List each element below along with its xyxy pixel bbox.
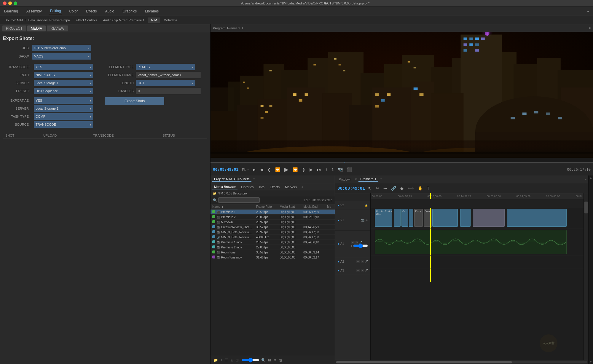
clip-creative-2[interactable]: Cr...	[401, 209, 408, 227]
insert-btn[interactable]: ⤵	[324, 167, 329, 173]
tl-razor-tool[interactable]: ✂	[374, 185, 380, 191]
track-v2-row[interactable]	[371, 199, 584, 208]
timeline-more[interactable]: »	[585, 178, 586, 181]
export-shots-button[interactable]: Export Shots	[105, 97, 164, 105]
preset-select[interactable]: DPX Sequence	[34, 88, 93, 94]
a2-mute-btn[interactable]: M	[356, 260, 360, 263]
col-me[interactable]: Me	[325, 204, 335, 210]
a1-volume-slider[interactable]	[353, 245, 368, 247]
nav-effects[interactable]: Effects	[85, 9, 98, 14]
tl-link[interactable]: 🔗	[390, 185, 397, 191]
file-row[interactable]: ⬛ Premiere 1 28.59 fps 00;00;00;00 00;26…	[211, 210, 335, 215]
element-name-input[interactable]	[136, 72, 201, 78]
tl-hand[interactable]: ✋	[417, 185, 424, 191]
track-v2-toggle[interactable]: ●	[337, 204, 339, 207]
tl-text[interactable]: T	[426, 185, 431, 191]
timeline-tab-premiere[interactable]: Premiere 1	[358, 177, 378, 182]
project-tab[interactable]: Project: NIM 3.0.05 Beta	[212, 177, 251, 182]
monitor-timeline[interactable]	[211, 158, 593, 163]
track-a3-row[interactable]	[371, 269, 584, 282]
settings-btn[interactable]: ⚙	[273, 357, 277, 363]
task-type-select[interactable]: COMP	[34, 113, 93, 120]
close-btn[interactable]	[3, 1, 7, 5]
timeline-menu-icon[interactable]: ≡	[380, 178, 382, 181]
track-a3-toggle[interactable]: ●	[337, 269, 339, 272]
tab-source[interactable]: Source: NIM_3_Beta_Review_Premiere.mp4	[2, 17, 72, 23]
track-a1-toggle[interactable]: ●	[337, 242, 339, 245]
clip-premiere2[interactable]: Prem...	[424, 209, 433, 227]
timeline-hscroll[interactable]	[335, 360, 588, 364]
search-bottom-btn[interactable]: 🔍	[261, 357, 266, 363]
track-a2-toggle[interactable]: ●	[337, 260, 339, 263]
tab-media-browser[interactable]: Media Browser	[212, 184, 237, 189]
tab-metadata[interactable]: Metadata	[161, 17, 180, 23]
track-v1-row[interactable]: CreativeReview 3b... Cr... Prem... Prem.…	[371, 208, 584, 229]
job-select[interactable]: 18115 PremiereDemo	[32, 45, 91, 51]
clip-2[interactable]	[394, 209, 401, 227]
track-v2-lock[interactable]: 🔒	[365, 204, 368, 207]
more-tabs[interactable]: »	[302, 185, 303, 189]
length-select[interactable]: CUT	[136, 80, 195, 86]
scroll-up-btn[interactable]: ▲	[589, 175, 593, 180]
nav-learning[interactable]: Learning	[3, 9, 19, 14]
transcode-select[interactable]: YES	[34, 64, 93, 70]
nav-graphics[interactable]: Graphics	[121, 9, 138, 14]
a3-mute-btn[interactable]: M	[356, 269, 360, 272]
step-back-btn[interactable]: ⏮	[251, 167, 257, 173]
vscroll-thumb[interactable]	[584, 202, 588, 213]
file-row[interactable]: 🎬 CreativeReview_3beta.mov 30.52 fps 00;…	[211, 225, 335, 230]
export-frame-btn[interactable]: ⬛	[346, 167, 353, 173]
col-framerate[interactable]: Frame Rate	[254, 204, 278, 210]
source-select[interactable]: TRANSCODE	[34, 121, 93, 128]
nav-audio[interactable]: Audio	[104, 9, 116, 14]
scroll-down-btn[interactable]: ▼	[589, 360, 593, 364]
file-row[interactable]: 🎬 Premiere 1.mov 28.59 fps 00;00;00;00 0…	[211, 240, 335, 245]
audio-clip-a1[interactable]	[375, 230, 566, 254]
tl-snap[interactable]: ⊸	[382, 185, 388, 191]
track-a1-row[interactable]	[371, 229, 584, 256]
hscroll-thumb[interactable]	[336, 361, 512, 363]
new-bin-btn[interactable]: 📁	[213, 357, 219, 363]
step-fwd-btn[interactable]: ⏭	[316, 167, 322, 173]
timeline-vscroll[interactable]	[584, 193, 588, 360]
delete-btn[interactable]: 🗑	[278, 357, 283, 363]
maximize-btn[interactable]	[14, 1, 17, 5]
new-item-btn[interactable]: +	[220, 357, 223, 363]
mark-in-btn[interactable]: ❮	[266, 167, 272, 173]
file-row[interactable]: 🔊 NIM_3_Beta_Review_Premi 48000 Hz 00;00…	[211, 235, 335, 240]
next-frame-btn[interactable]: ▶	[308, 167, 314, 173]
tab-audioclip[interactable]: Audio Clip Mixer: Premiere 1	[101, 17, 147, 23]
fit-chevron[interactable]: ▾	[247, 168, 249, 171]
element-type-select[interactable]: PLATES	[136, 64, 195, 70]
prev-frame-btn[interactable]: ◀	[259, 167, 264, 173]
clip-creative-1[interactable]: CreativeReview 3b...	[375, 209, 392, 227]
col-end[interactable]: Media End	[302, 204, 325, 210]
tab-effects[interactable]: Effects	[268, 185, 281, 189]
a2-solo-btn[interactable]: S	[361, 260, 364, 263]
overwrite-btn[interactable]: ⤵	[330, 167, 335, 173]
file-row[interactable]: ⬛ RoomTone 30.52 fps 00;00;00;00 00;00;0…	[211, 250, 335, 255]
tab-effect-controls[interactable]: Effect Controls	[74, 17, 100, 23]
clip-premiere[interactable]: Prem...	[414, 209, 423, 227]
a3-solo-btn[interactable]: S	[361, 269, 364, 272]
tl-nudge[interactable]: ⟺	[407, 185, 415, 191]
minimize-btn[interactable]	[8, 1, 12, 5]
server-select[interactable]: Local Storage 1	[34, 80, 93, 86]
nav-more[interactable]: »	[586, 9, 590, 14]
nim-tab-project[interactable]: PROJECT	[2, 25, 26, 31]
tab-markers[interactable]: Markers	[283, 185, 299, 189]
icon-view-btn[interactable]: ⊞	[230, 357, 234, 363]
clip-5[interactable]	[460, 209, 471, 227]
file-row[interactable]: 🎬 Premiere 2.mov 29.03 fps 00;00;00;00	[211, 245, 335, 250]
mark-out-btn[interactable]: ❯	[301, 167, 307, 173]
server-ae-select[interactable]: Local Storage 1	[34, 105, 93, 112]
file-row[interactable]: 🎬 NIM_3_Beta_Review_Premi 29.97 fps 00;0…	[211, 230, 335, 235]
monitor-menu[interactable]: ≡	[589, 26, 591, 30]
play-btn[interactable]: ▶	[283, 166, 290, 173]
timeline-tab-mixdown[interactable]: Mixdown	[337, 177, 353, 182]
tab-info[interactable]: Info	[257, 185, 266, 189]
handles-input[interactable]	[136, 88, 201, 94]
camera-btn[interactable]: 📷	[337, 167, 344, 173]
show-select[interactable]: MAOS	[32, 53, 91, 60]
right-vscroll[interactable]: ▲ ▼	[588, 175, 593, 364]
